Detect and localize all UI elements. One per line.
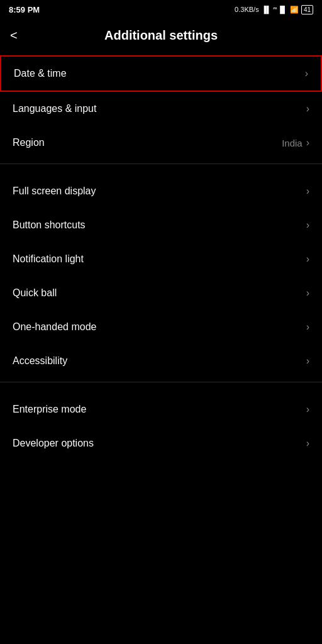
section-2: Full screen display › Button shortcuts ›…	[0, 174, 322, 378]
date-time-right: ›	[305, 68, 308, 79]
chevron-icon: ›	[306, 186, 309, 197]
settings-item-region[interactable]: Region India ›	[0, 126, 322, 160]
settings-list: Date & time › Languages & input › Region…	[0, 55, 322, 460]
chevron-icon: ›	[306, 137, 309, 148]
battery-icon: 41	[301, 5, 313, 14]
header: < Additional settings	[0, 18, 322, 53]
network-speed: 0.3KB/s	[235, 6, 259, 13]
status-right: 0.3KB/s ▐▌ ᵐ▐▌ 📶 41	[235, 5, 313, 14]
chevron-icon: ›	[305, 68, 308, 79]
settings-item-languages-input[interactable]: Languages & input ›	[0, 92, 322, 126]
region-right: India ›	[282, 137, 309, 148]
back-button[interactable]: <	[10, 26, 23, 45]
settings-item-developer-options[interactable]: Developer options ›	[0, 426, 322, 460]
settings-item-quick-ball[interactable]: Quick ball ›	[0, 276, 322, 310]
section-3: Enterprise mode › Developer options ›	[0, 392, 322, 460]
divider-1	[0, 164, 322, 164]
chevron-icon: ›	[306, 321, 309, 333]
chevron-icon: ›	[306, 103, 309, 114]
chevron-icon: ›	[306, 355, 309, 367]
settings-item-notification-light[interactable]: Notification light ›	[0, 242, 322, 276]
wifi-icon: 📶	[290, 6, 299, 14]
settings-item-date-time[interactable]: Date & time ›	[0, 55, 322, 92]
settings-item-accessibility[interactable]: Accessibility ›	[0, 344, 322, 378]
settings-item-one-handed-mode[interactable]: One-handed mode ›	[0, 310, 322, 344]
status-time: 8:59 PM	[9, 5, 40, 14]
divider-2	[0, 382, 322, 382]
status-bar: 8:59 PM 0.3KB/s ▐▌ ᵐ▐▌ 📶 41	[0, 0, 322, 18]
section-1: Date & time › Languages & input › Region…	[0, 55, 322, 160]
settings-item-button-shortcuts[interactable]: Button shortcuts ›	[0, 208, 322, 242]
settings-item-full-screen-display[interactable]: Full screen display ›	[0, 174, 322, 208]
chevron-icon: ›	[306, 438, 309, 449]
chevron-icon: ›	[306, 287, 309, 299]
chevron-icon: ›	[306, 219, 309, 231]
signal-icons: ▐▌ ᵐ▐▌	[262, 6, 287, 14]
chevron-icon: ›	[306, 404, 309, 415]
chevron-icon: ›	[306, 253, 309, 265]
languages-right: ›	[306, 103, 309, 114]
page-title: Additional settings	[0, 28, 322, 43]
settings-item-enterprise-mode[interactable]: Enterprise mode ›	[0, 392, 322, 426]
